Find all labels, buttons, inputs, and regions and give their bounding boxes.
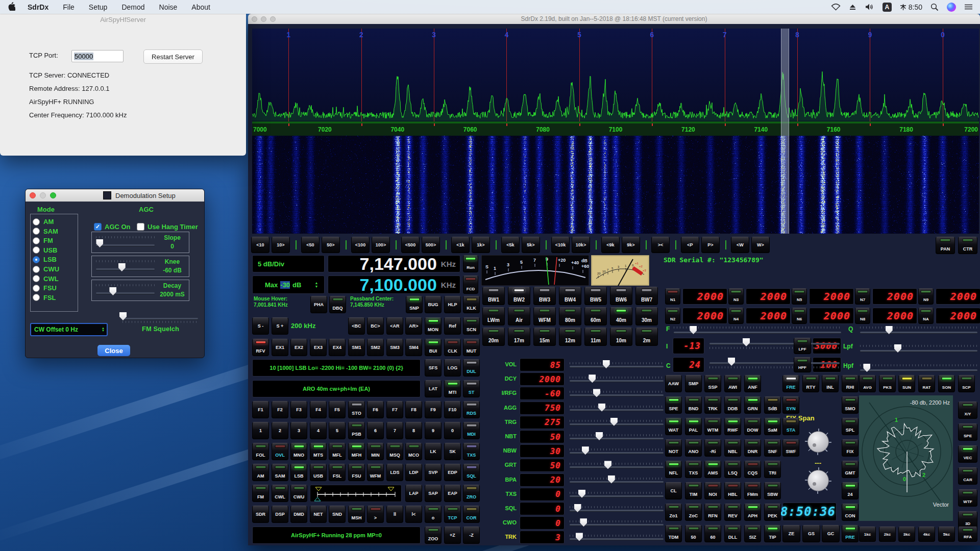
btn-mts[interactable]: MTS	[310, 443, 327, 460]
center-frequency-display[interactable]: 7,100.000KHz	[328, 276, 460, 294]
btn-snp[interactable]: SNP	[406, 296, 423, 313]
btn-cl[interactable]: CL	[665, 482, 682, 499]
btn-lsb[interactable]: LSB	[290, 464, 307, 481]
btn-1k[interactable]: <1k	[451, 237, 470, 253]
btn-dow[interactable]: DOW	[744, 418, 761, 435]
hang-timer-checkbox[interactable]	[137, 223, 144, 231]
btn-n2[interactable]: N2	[665, 308, 680, 324]
btn-ex2[interactable]: EX2	[290, 339, 307, 356]
siri-icon[interactable]	[947, 3, 956, 12]
btn-syn[interactable]: SYN	[782, 396, 799, 414]
btn-bw7[interactable]: BW7	[635, 287, 658, 305]
btn-10[interactable]: <10	[251, 237, 270, 253]
fine-tune-knob[interactable]	[807, 470, 829, 491]
btn-ddb[interactable]: DDB	[724, 396, 741, 414]
btn-sdr[interactable]: SDR	[252, 506, 269, 523]
btn-usb[interactable]: USB	[310, 464, 327, 481]
btn-dmd[interactable]: DMD	[290, 506, 307, 523]
btn-sam[interactable]: SaM	[764, 418, 781, 435]
btn-9[interactable]: 9	[425, 422, 442, 439]
btn-fm[interactable]: FM	[252, 485, 269, 502]
btn-zo1[interactable]: Zo1	[665, 504, 682, 521]
btn-spe[interactable]: SPE	[958, 423, 977, 441]
btn-n6[interactable]: N6	[792, 308, 807, 324]
btn-txs[interactable]: TXS	[463, 443, 480, 460]
btn-psb[interactable]: PSB	[348, 422, 365, 439]
minimize-traffic-light[interactable]	[40, 192, 46, 198]
btn-wfm[interactable]: WFM	[533, 307, 556, 325]
btn-10m[interactable]: 10m	[610, 328, 632, 346]
apple-menu[interactable]	[0, 2, 20, 12]
btn-1[interactable]: 1	[252, 422, 269, 439]
btn-lds[interactable]: LDS	[386, 464, 403, 481]
btn-bw3[interactable]: BW3	[533, 287, 556, 305]
btn-ri[interactable]: -Ri	[704, 439, 721, 457]
btn-l[interactable]: l<	[405, 506, 422, 523]
menu-item-noise[interactable]: Noise	[152, 3, 185, 11]
vfo-frequency-display[interactable]: 7,147.000KHz	[328, 255, 460, 272]
btn-[interactable]: ><	[651, 237, 670, 253]
btn-klk[interactable]: KLK	[463, 296, 480, 313]
mode-radio-fsl[interactable]	[33, 294, 40, 301]
btn-f4[interactable]: F4	[310, 401, 327, 418]
btn-ref[interactable]: Ref	[444, 317, 461, 335]
btn-n9[interactable]: N9	[918, 288, 934, 305]
btn-min[interactable]: MIN	[367, 443, 384, 460]
btn-log[interactable]: LOG	[444, 359, 461, 377]
menu-item-setup[interactable]: Setup	[82, 3, 115, 11]
btn-3d[interactable]: 3D	[958, 511, 977, 529]
btn-10k[interactable]: <10k	[551, 237, 570, 253]
btn-x-y[interactable]: X/Y	[958, 402, 977, 419]
btn-1k[interactable]: 1k>	[472, 237, 490, 253]
eject-icon[interactable]	[849, 4, 856, 10]
mode-radio-cwl[interactable]	[33, 275, 40, 282]
btn-9k[interactable]: <9k	[601, 237, 620, 253]
btn-n7[interactable]: N7	[855, 288, 870, 305]
btn-cwl[interactable]: CWL	[272, 485, 288, 502]
btn-sta[interactable]: STA	[782, 418, 799, 435]
btn-zoo[interactable]: ZOO	[425, 527, 442, 544]
btn-wat[interactable]: WAT	[665, 418, 682, 435]
btn-12m[interactable]: 12m	[559, 328, 581, 346]
btn-msq[interactable]: MSQ	[386, 443, 403, 460]
max-db-spinner[interactable]: ▲▼	[314, 281, 318, 288]
btn-bug[interactable]: BUG	[425, 296, 442, 313]
mode-radio-sam[interactable]	[33, 228, 40, 235]
btn-2kc[interactable]: 2kc	[879, 527, 896, 542]
btn-0[interactable]: 0	[444, 422, 461, 439]
btn-spe[interactable]: SPE	[665, 396, 682, 414]
btn-f9[interactable]: F9	[425, 401, 442, 418]
btn-lwm[interactable]: LWm	[482, 307, 505, 325]
btn-lap[interactable]: LAP	[405, 485, 422, 502]
btn-ex4[interactable]: EX4	[329, 339, 346, 356]
tuning-cursor-band[interactable]	[781, 29, 789, 234]
btn-fmm[interactable]: FMm	[744, 482, 761, 499]
btn-eap[interactable]: EAP	[444, 485, 461, 502]
btn-dul[interactable]: DUL	[463, 359, 480, 377]
btn-bui[interactable]: BUI	[425, 339, 442, 356]
btn-40m[interactable]: 40m	[610, 307, 632, 325]
btn-gmt[interactable]: GMT	[842, 461, 859, 478]
btn-edp[interactable]: EDP	[444, 464, 461, 481]
btn-fcd[interactable]: FCD	[463, 276, 478, 294]
btn-ze[interactable]: ZE	[782, 525, 800, 542]
btn-n5[interactable]: N5	[792, 288, 807, 305]
btn-pal[interactable]: PAL	[685, 418, 702, 435]
btn-fol[interactable]: FOL	[252, 443, 269, 460]
btn-4kc[interactable]: 4kc	[918, 527, 935, 542]
mode-radio-usb[interactable]	[33, 246, 40, 254]
btn-5kc[interactable]: 5kc	[938, 527, 955, 542]
btn-ex3[interactable]: EX3	[310, 339, 327, 356]
btn-100[interactable]: <100	[351, 237, 370, 253]
btn-pan[interactable]: PAN	[936, 237, 955, 254]
btn-clk[interactable]: CLK	[444, 339, 461, 356]
btn-con[interactable]: CON	[842, 504, 859, 521]
btn-zro[interactable]: ZRO	[463, 485, 480, 502]
btn-17m[interactable]: 17m	[508, 328, 530, 346]
btn-dll[interactable]: DLL	[724, 525, 741, 542]
btn-24[interactable]: 24	[842, 482, 859, 499]
btn-tim[interactable]: TIM	[685, 482, 702, 499]
wifi-icon[interactable]	[831, 3, 841, 11]
btn-f8[interactable]: F8	[405, 401, 422, 418]
btn-ar[interactable]: AR>	[405, 317, 422, 335]
